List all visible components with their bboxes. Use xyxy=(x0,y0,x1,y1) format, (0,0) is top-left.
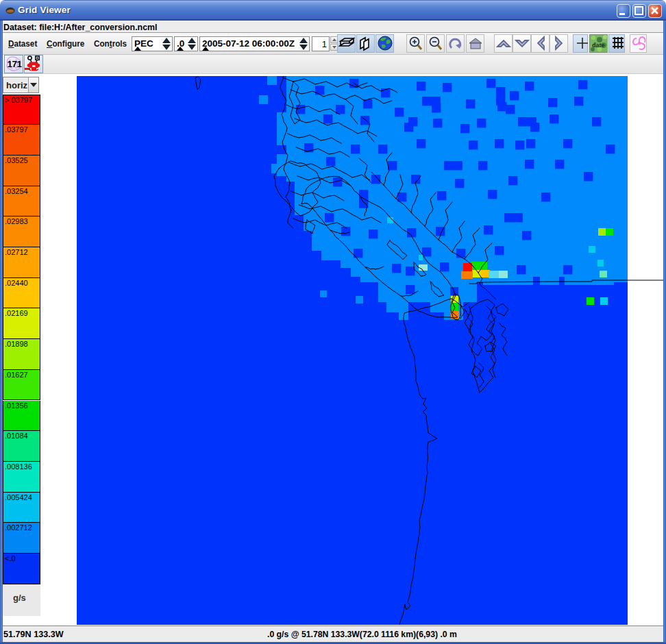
svg-text:date: date xyxy=(592,42,605,49)
svg-text:171: 171 xyxy=(8,59,23,69)
